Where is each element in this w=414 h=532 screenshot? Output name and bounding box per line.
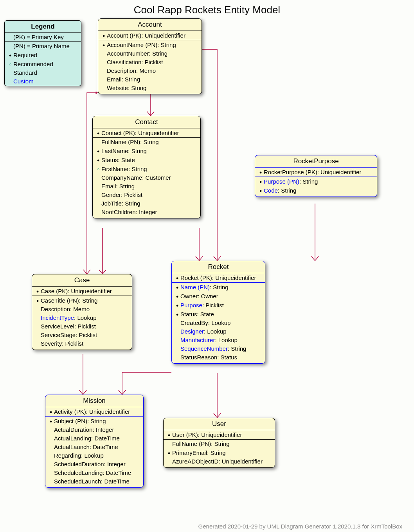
entity-attribute: LastName: String xyxy=(93,146,200,155)
entity-title: RocketPurpose xyxy=(255,155,377,168)
entity-attribute: User (PK): Uniqueidentifier xyxy=(164,430,275,439)
entity-rocketpurpose: RocketPurposeRocketPurpose (PK): Uniquei… xyxy=(255,155,377,197)
entity-contact: ContactContact (PK): UniqueidentifierFul… xyxy=(92,116,201,218)
bullet-required-icon xyxy=(7,51,13,59)
entity-attribute: Description: Memo xyxy=(32,305,132,314)
legend-pn: (PN) = Primary Name xyxy=(5,42,81,50)
entity-mission: MissionActivity (PK): UniqueidentifierSu… xyxy=(45,395,144,488)
entity-attribute: AzureADObjectID: Uniqueidentifier xyxy=(164,457,275,466)
bullet-required-icon xyxy=(48,408,54,416)
entity-attribute: Owner: Owner xyxy=(172,292,265,301)
bullet-required-icon xyxy=(95,156,101,164)
entity-attribute: JobTitle: String xyxy=(93,199,200,208)
entity-attribute: Activity (PK): Uniqueidentifier xyxy=(45,407,143,416)
bullet-required-icon xyxy=(174,310,180,318)
entity-attribute: PrimaryEmail: String xyxy=(164,448,275,457)
entity-attribute: AccountNumber: String xyxy=(98,49,202,58)
entity-attribute: ActualLanding: DateTime xyxy=(45,434,143,443)
entity-attribute: Status: State xyxy=(93,155,200,164)
entity-attribute: ScheduledLanding: DateTime xyxy=(45,469,143,477)
bullet-recommended-icon xyxy=(7,60,13,68)
entity-attribute: Website: String xyxy=(98,84,202,92)
bullet-required-icon xyxy=(101,31,107,40)
bullet-required-icon xyxy=(257,177,264,186)
entity-attribute: Designer: Lookup xyxy=(172,327,265,336)
entity-account: AccountAccount (PK): UniqueidentifierAcc… xyxy=(98,18,202,94)
entity-attribute: Name (PN): String xyxy=(172,283,265,292)
legend-recommended: Recommended xyxy=(5,60,81,69)
bullet-required-icon xyxy=(34,296,41,305)
entity-attribute: AccountName (PN): String xyxy=(98,40,202,49)
entity-attribute: ActualLaunch: DateTime xyxy=(45,443,143,451)
entity-attribute: Description: Memo xyxy=(98,67,202,75)
entity-attribute: FirstName: String xyxy=(93,164,200,173)
entity-title: User xyxy=(164,418,275,430)
entity-attribute: CompanyName: Customer xyxy=(93,173,200,182)
entity-attribute: Code: String xyxy=(255,186,377,195)
bullet-required-icon xyxy=(95,129,101,137)
entity-attribute: Case (PK): Uniqueidentifier xyxy=(32,287,132,296)
entity-title: Mission xyxy=(45,395,143,407)
entity-attribute: Classification: Picklist xyxy=(98,58,202,67)
entity-attribute: FullName (PN): String xyxy=(93,138,200,146)
bullet-required-icon xyxy=(95,147,101,155)
entity-case: CaseCase (PK): UniqueidentifierCaseTitle… xyxy=(32,274,132,350)
entity-attribute: Email: String xyxy=(98,75,202,84)
entity-attribute: Regarding: Lookup xyxy=(45,451,143,460)
entity-attribute: Manufacturer: Lookup xyxy=(172,336,265,344)
entity-user: UserUser (PK): UniqueidentifierFullName … xyxy=(163,418,275,468)
entity-attribute: Account (PK): Uniqueidentifier xyxy=(98,31,202,40)
entity-attribute: Gender: Picklist xyxy=(93,191,200,199)
entity-attribute: Severity: Picklist xyxy=(32,339,132,348)
bullet-required-icon xyxy=(166,449,172,457)
bullet-required-icon xyxy=(174,292,180,300)
legend-box: Legend (PK) = Primary Key (PN) = Primary… xyxy=(4,20,81,86)
bullet-required-icon xyxy=(174,274,180,282)
entity-attribute: CreatedBy: Lookup xyxy=(172,319,265,327)
legend-standard: Standard xyxy=(5,69,81,77)
bullet-required-icon xyxy=(166,431,172,439)
entity-rocket: RocketRocket (PK): UniqueidentifierName … xyxy=(171,261,265,364)
entity-attribute: SequenceNumber: String xyxy=(172,344,265,353)
entity-attribute: Rocket (PK): Uniqueidentifier xyxy=(172,273,265,282)
entity-attribute: StatusReason: Status xyxy=(172,353,265,362)
entity-attribute: ServiceStage: Picklist xyxy=(32,331,132,339)
legend-custom: Custom xyxy=(5,77,81,86)
entity-attribute: Email: String xyxy=(93,182,200,191)
footer-text: Generated 2020-01-29 by UML Diagram Gene… xyxy=(198,523,402,530)
entity-attribute: IncidentType: Lookup xyxy=(32,314,132,322)
bullet-required-icon xyxy=(257,168,264,176)
entity-attribute: CaseTitle (PN): String xyxy=(32,296,132,305)
bullet-required-icon xyxy=(101,41,107,49)
entity-attribute: Contact (PK): Uniqueidentifier xyxy=(93,128,200,137)
legend-title: Legend xyxy=(5,21,81,33)
entity-attribute: RocketPurpose (PK): Uniqueidentifier xyxy=(255,168,377,177)
bullet-recommended-icon xyxy=(95,165,101,173)
entity-attribute: ServiceLevel: Picklist xyxy=(32,322,132,331)
entity-attribute: Status: State xyxy=(172,310,265,319)
diagram-title: Cool Rapp Rockets Entity Model xyxy=(0,4,414,16)
legend-pk: (PK) = Primary Key xyxy=(5,33,81,41)
entity-attribute: ActualDuration: Integer xyxy=(45,426,143,434)
entity-attribute: ScheduledDuration: Integer xyxy=(45,460,143,469)
entity-attribute: NoofChildren: Integer xyxy=(93,208,200,216)
entity-title: Contact xyxy=(93,116,200,128)
entity-attribute: ScheduledLaunch: DateTime xyxy=(45,477,143,486)
bullet-required-icon xyxy=(257,186,264,195)
entity-attribute: Purpose: Picklist xyxy=(172,301,265,310)
entity-attribute: Subject (PN): String xyxy=(45,417,143,426)
legend-required: Required xyxy=(5,50,81,60)
bullet-required-icon xyxy=(174,283,180,291)
bullet-required-icon xyxy=(48,417,54,425)
bullet-required-icon xyxy=(34,287,41,295)
entity-title: Rocket xyxy=(172,261,265,273)
bullet-required-icon xyxy=(174,301,180,309)
entity-title: Case xyxy=(32,274,132,287)
entity-attribute: FullName (PN): String xyxy=(164,440,275,448)
entity-attribute: Purpose (PN): String xyxy=(255,177,377,186)
entity-title: Account xyxy=(98,19,202,31)
